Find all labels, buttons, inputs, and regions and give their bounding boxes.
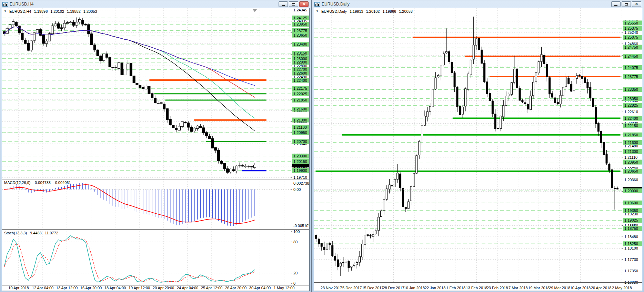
chart-window-icon bbox=[314, 2, 320, 7]
svg-text:23 Nov 2017: 23 Nov 2017 bbox=[321, 286, 342, 290]
restore-button[interactable] bbox=[622, 1, 631, 7]
close-button[interactable]: ✕ bbox=[632, 1, 641, 7]
chart-canvas-h4[interactable]: 1.243451.240351.237251.234201.231101.228… bbox=[2, 8, 310, 291]
svg-text:1.22175: 1.22175 bbox=[293, 86, 307, 90]
minimize-button[interactable] bbox=[279, 1, 288, 7]
ohlc-infoline-h4: ▼ EURUSD,H4 1.19896 1.20102 1.19882 1.20… bbox=[4, 9, 97, 13]
titlebar-daily[interactable]: EURUSD,Daily ✕ bbox=[312, 0, 644, 8]
svg-text:1.23650: 1.23650 bbox=[293, 33, 307, 37]
svg-text:1.22610: 1.22610 bbox=[624, 110, 638, 114]
close-button[interactable]: ✕ bbox=[299, 1, 309, 7]
svg-text:-0.005107: -0.005107 bbox=[293, 224, 310, 228]
svg-text:1.19025: 1.19025 bbox=[624, 218, 638, 222]
svg-text:1.17350: 1.17350 bbox=[624, 269, 638, 273]
svg-text:29 Mar 2018: 29 Mar 2018 bbox=[549, 286, 570, 290]
sr-lines-layer[interactable] bbox=[315, 37, 620, 171]
svg-text:1.22825: 1.22825 bbox=[624, 103, 638, 107]
svg-text:0.00: 0.00 bbox=[293, 187, 301, 192]
symbol-dropdown-icon[interactable]: ▼ bbox=[4, 10, 7, 13]
minimize-button[interactable] bbox=[611, 1, 621, 7]
stoch-signal-line bbox=[4, 237, 255, 282]
macd-signal-line bbox=[4, 185, 255, 224]
svg-text:1.23775: 1.23775 bbox=[293, 29, 307, 33]
svg-text:30 Apr 04:00: 30 Apr 04:00 bbox=[249, 286, 271, 290]
high-value: 1.20102 bbox=[50, 9, 64, 13]
macd-main-value: -0.004733 bbox=[33, 181, 51, 185]
candles-layer bbox=[315, 17, 618, 276]
svg-text:20 Apr 2018: 20 Apr 2018 bbox=[591, 286, 611, 290]
price-axis-labels: 1.243451.240351.237251.234201.231101.228… bbox=[291, 8, 310, 179]
svg-text:22 Jan 2018: 22 Jan 2018 bbox=[425, 286, 446, 290]
svg-text:13 Apr 12:00: 13 Apr 12:00 bbox=[56, 286, 78, 290]
titlebar-h4[interactable]: EURUSD,H4 ✕ bbox=[0, 0, 311, 8]
svg-text:1.19350: 1.19350 bbox=[624, 208, 638, 213]
chart-canvas-daily[interactable]: 1.256101.252401.248601.244801.241001.237… bbox=[314, 8, 642, 291]
svg-text:1.20950: 1.20950 bbox=[293, 130, 307, 135]
restore-icon bbox=[292, 3, 295, 6]
low-value: 1.19866 bbox=[382, 9, 396, 13]
svg-text:1.18750: 1.18750 bbox=[624, 226, 638, 231]
svg-text:1.24450: 1.24450 bbox=[624, 54, 638, 58]
svg-text:1.20650: 1.20650 bbox=[624, 169, 638, 173]
svg-text:1.22150: 1.22150 bbox=[624, 124, 638, 128]
svg-text:19 Mar 2018: 19 Mar 2018 bbox=[528, 286, 550, 290]
svg-text:1.20360: 1.20360 bbox=[624, 178, 638, 182]
svg-text:19 Apr 12:00: 19 Apr 12:00 bbox=[129, 286, 150, 290]
svg-text:100: 100 bbox=[293, 230, 300, 234]
symbol-dropdown-icon[interactable]: ▼ bbox=[316, 10, 319, 13]
svg-text:1.20000: 1.20000 bbox=[624, 189, 638, 193]
svg-text:1.16980: 1.16980 bbox=[624, 280, 638, 284]
svg-text:1.20950: 1.20950 bbox=[624, 160, 638, 164]
svg-text:1.21850: 1.21850 bbox=[624, 133, 638, 137]
moving-averages-layer bbox=[4, 27, 255, 131]
svg-text:1.21300: 1.21300 bbox=[293, 118, 307, 122]
price-axis-labels: 1.256101.252401.248601.244801.241001.237… bbox=[622, 19, 642, 284]
svg-text:28 Dec 2017: 28 Dec 2017 bbox=[383, 286, 404, 290]
svg-text:18 Apr 04:00: 18 Apr 04:00 bbox=[104, 286, 126, 290]
h4-chart-svg: 1.243451.240351.237251.234201.231101.228… bbox=[2, 8, 310, 291]
svg-text:26 Apr 20:00: 26 Apr 20:00 bbox=[225, 286, 246, 290]
svg-text:1.23150: 1.23150 bbox=[293, 51, 307, 55]
stoch-label: Stoch(13,3,3) 9.4483 11.0772 bbox=[4, 231, 58, 235]
svg-text:1.25075: 1.25075 bbox=[624, 35, 638, 39]
svg-text:20 Apr 20:00: 20 Apr 20:00 bbox=[153, 286, 174, 290]
symbol-label: EURUSD,Daily bbox=[321, 9, 347, 13]
window-title: EURUSD,Daily bbox=[322, 2, 350, 7]
stoch-main-value: 9.4483 bbox=[30, 231, 42, 235]
stoch-signal-value: 11.0772 bbox=[45, 231, 58, 235]
svg-text:1.21600: 1.21600 bbox=[624, 140, 638, 145]
svg-text:24 Apr 04:00: 24 Apr 04:00 bbox=[177, 286, 198, 290]
svg-text:1.24750: 1.24750 bbox=[624, 45, 638, 49]
svg-text:13 Feb 2018: 13 Feb 2018 bbox=[466, 286, 487, 290]
svg-text:16 Apr 20:00: 16 Apr 20:00 bbox=[80, 286, 102, 290]
restore-button[interactable] bbox=[289, 1, 298, 7]
symbol-label: EURUSD,H4 bbox=[9, 9, 31, 13]
svg-text:0: 0 bbox=[293, 281, 295, 285]
svg-text:1.22900: 1.22900 bbox=[293, 60, 307, 64]
chart-window-icon bbox=[2, 2, 8, 7]
minimize-icon bbox=[614, 5, 617, 6]
grid-layer bbox=[2, 8, 291, 285]
svg-text:1.23775: 1.23775 bbox=[624, 75, 638, 79]
open-value: 1.19896 bbox=[34, 9, 48, 13]
window-title: EURUSD,H4 bbox=[10, 2, 33, 7]
svg-text:7 Mar 2018: 7 Mar 2018 bbox=[509, 286, 528, 290]
close-icon: ✕ bbox=[302, 2, 305, 6]
mdi-workspace: EURUSD,H4 ✕ 1.243451.240351.237251.23420… bbox=[0, 0, 644, 292]
stoch-main-line bbox=[4, 236, 255, 282]
svg-text:1.22400: 1.22400 bbox=[624, 116, 638, 120]
svg-text:1 May 12:00: 1 May 12:00 bbox=[274, 286, 295, 290]
grid-layer bbox=[314, 8, 622, 282]
svg-text:12 Apr 04:00: 12 Apr 04:00 bbox=[32, 286, 53, 290]
svg-text:1.22025: 1.22025 bbox=[293, 92, 307, 96]
svg-text:10 Apr 2018: 10 Apr 2018 bbox=[570, 286, 591, 290]
restore-icon bbox=[625, 3, 628, 6]
svg-text:1.19900: 1.19900 bbox=[293, 168, 307, 173]
close-value: 1.20053 bbox=[83, 9, 97, 13]
svg-text:1.22400: 1.22400 bbox=[293, 78, 307, 82]
window-controls: ✕ bbox=[279, 1, 309, 7]
svg-text:1.22600: 1.22600 bbox=[293, 71, 307, 75]
svg-text:1.21110: 1.21110 bbox=[624, 155, 637, 159]
chart-shift-marker[interactable] bbox=[253, 9, 257, 12]
svg-text:15 Dec 2017: 15 Dec 2017 bbox=[362, 286, 383, 290]
